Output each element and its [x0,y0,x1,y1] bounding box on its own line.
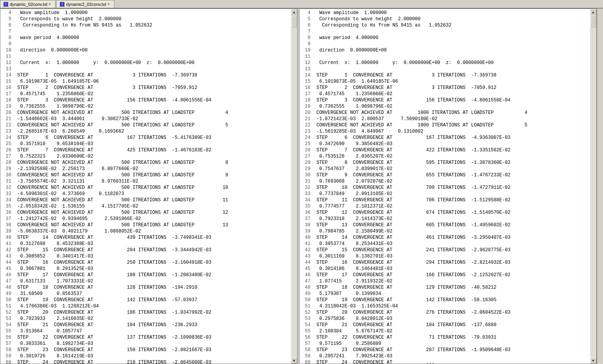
line-number: 19 [2,103,11,110]
line-number: 8 [301,35,310,41]
line-text: CONVERGENCE NOT ACHIEVED AT 500 ITREATIO… [14,110,289,116]
tab-close-2[interactable]: ✕ [106,2,111,7]
line-text: 1.077415 2.9119322E-02 [314,278,589,284]
app-container: t dynamic_02conv.txt ✕ t dynamic2_02conv… [0,0,603,364]
text-line: 60 STEP 24 CONVERGENCE AT ... [300,359,590,364]
line-number: 26 [2,147,11,153]
scroll-up-2[interactable]: ▲ [590,9,596,15]
panel-2-inner: 4 Wave amplitude 1.0000005 Corresponds t… [300,9,596,364]
line-number: 31 [301,178,310,185]
text-line: 46 STEP 17 CONVERGENCE AT 188 ITERATIONS… [0,272,291,278]
line-text: direction 0.0000000E+00 [314,47,589,53]
line-text: 0.2957241 7.9925423E-03 [314,353,589,359]
line-text: CONVERGENCE NOT ACHIEVED AT 1000 ITERATI… [314,122,589,128]
text-line: 17 0.4571745 1.2356066E-02 [300,91,590,97]
line-number: 45 [2,266,11,272]
scroll-thumb-2[interactable] [591,16,596,27]
text-line: 19 0.7362555 1.9898796E-02 [300,103,590,110]
line-number: 21 [301,116,310,122]
text-line: 31 -3.7565574E-02 3.321131 8.9760311E-02 [0,178,291,185]
line-text: 0.3033361 8.1982734E-03 [14,341,289,347]
line-number: 40 [2,234,11,241]
line-text: 4.3118042E-03 1.1653525E-04 [314,303,589,309]
line-text: STEP 14 CONVERGENCE AT 461 ITERATIONS -3… [314,234,589,241]
line-number: 9 [301,41,310,47]
text-line: 31 0.7693068 2.0792076E-02 [300,178,590,185]
panel-1-scrollbar[interactable]: ▲ ▼ [291,9,297,364]
line-text: STEP 22 CONVERGENCE AT 137 ITERATIONS -2… [14,334,289,341]
text-line: 9 [0,41,291,47]
text-line: 26 STEP 7 CONVERGENCE AT 422 ITERATIONS … [300,147,590,153]
text-line: 52 STEP 20 CONVERGENCE AT 276 ITERATIONS… [300,309,590,316]
line-number: 35 [2,203,11,210]
panel-1-content[interactable]: 4 Wave amplitude 1.0000005 Corresponds t… [0,9,291,364]
line-number: 60 [301,359,310,364]
line-text: STEP 19 CONVERGENCE AT 142 ITERATIONS -5… [14,297,289,303]
scroll-track-2[interactable] [590,15,596,357]
line-text: STEP 17 CONVERGENCE AT 188 ITERATIONS -1… [14,272,289,278]
line-number: 16 [2,85,11,91]
text-line: 9 [300,41,590,47]
line-number: 5 [2,16,11,22]
text-line: 57 0.3033361 8.1982734E-03 [0,341,291,347]
panel-2-content[interactable]: 4 Wave amplitude 1.0000005 Corresponds t… [300,9,590,364]
line-number: 50 [301,297,310,303]
line-number: 12 [2,60,11,66]
line-number: 12 [301,60,310,66]
line-number: 30 [301,172,310,178]
text-line: 8 wave period 4.000000 [0,35,291,41]
text-line: 29 -2.1392588E-02 2.256173 6.0977660E-02 [0,166,291,172]
text-line: 57 9.571195 0.2586809 [300,341,590,347]
line-number: 36 [301,210,310,216]
line-number: 6 [2,22,11,28]
tab-icon-1: t [4,2,8,7]
text-line: 49 31.68509 0.8563537 [0,291,291,297]
line-number: 10 [2,47,11,53]
text-line: 48 STEP 18 CONVERGENCE AT 128 ITERATIONS… [0,284,291,291]
panel-2-scrollbar[interactable]: ▲ ▼ [590,9,596,364]
text-line: 11 [0,53,291,60]
text-line: 16 STEP 2 CONVERGENCE AT 3 ITERATIONS -7… [0,85,291,91]
line-number: 14 [301,72,310,78]
scroll-up-1[interactable]: ▲ [291,9,297,15]
line-number: 50 [2,297,11,303]
scroll-thumb-1[interactable] [291,16,297,27]
line-number: 55 [301,328,310,334]
line-number: 4 [2,10,11,16]
scroll-track-1[interactable] [291,15,297,357]
tab-close-1[interactable]: ✕ [47,2,52,7]
line-number: 7 [301,28,310,35]
line-text: wave period 4.000000 [314,35,589,41]
line-text: 0.7362555 1.9898796E-02 [14,103,289,110]
line-text: direction 0.0000000E+00 [14,47,289,53]
line-number: 16 [301,85,310,91]
line-number: 55 [2,328,11,334]
line-number: 4 [301,10,310,16]
text-line: 21 -1.0721423E-03 2.800537 7.5690180E-02 [300,116,590,122]
line-text: 9.571195 0.2586809 [314,341,589,347]
text-line: 43 0.3085852 8.3401417E-03 [0,253,291,259]
text-line: 51 4.3118042E-03 1.1653525E-04 [300,303,590,309]
line-number: 33 [2,191,11,197]
line-text: 0.3085852 8.3401417E-03 [14,253,289,259]
tab-panel2[interactable]: t dynamic2_02conv.txt ✕ [56,0,114,8]
text-line: 55 2.100384 5.6767147E-02 [300,328,590,334]
text-line: 36 STEP 12 CONVERGENCE AT 674 ITERATIONS… [300,210,590,216]
line-number: 42 [2,247,11,253]
scroll-down-2[interactable]: ▼ [590,357,596,364]
line-text: STEP 6 CONVERGENCE AT 167 ITERATIONS -4.… [314,135,589,141]
line-number: 32 [301,185,310,191]
scroll-down-1[interactable]: ▼ [291,357,297,364]
tab-panel1[interactable]: t dynamic_02conv.txt ✕ [0,0,55,8]
line-text: CONVERGENCE NOT ACHIEVED AT 500 ITREATIO… [14,222,289,228]
line-text: -1.5446662E-03 3.444061 9.3082733E-02 [14,116,289,122]
line-text: 0.4571745 1.2356066E-02 [314,91,589,97]
text-line: 28 STEP 8 CONVERGENCE AT 595 ITERATIONS … [300,160,590,166]
right-scrollbar[interactable] [597,9,603,364]
line-number: 56 [2,334,11,341]
line-text: 0.3067801 8.2913525E-03 [14,266,289,272]
line-number: 22 [2,122,11,128]
line-number: 58 [301,347,310,353]
line-text: STEP 16 CONVERGENCE AT 250 ITERATIONS -3… [14,259,289,266]
text-line: 20 CONVERGENCE NOT ACHIEVED AT 1000 ITER… [300,110,590,116]
